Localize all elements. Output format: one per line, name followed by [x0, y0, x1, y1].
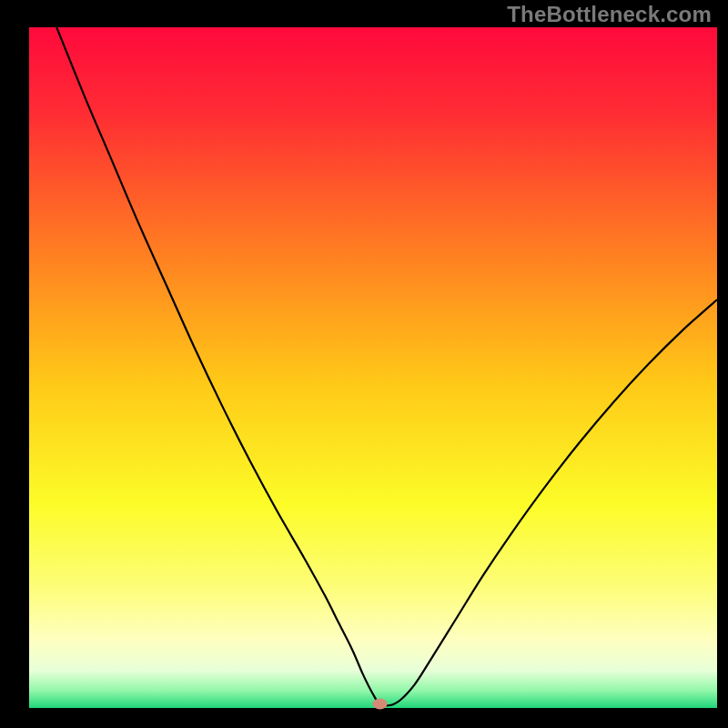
bottleneck-chart: [0, 0, 728, 728]
chart-frame: TheBottleneck.com: [0, 0, 728, 728]
optimum-marker: [373, 699, 388, 710]
plot-area: [29, 27, 717, 708]
watermark-text: TheBottleneck.com: [507, 2, 712, 27]
